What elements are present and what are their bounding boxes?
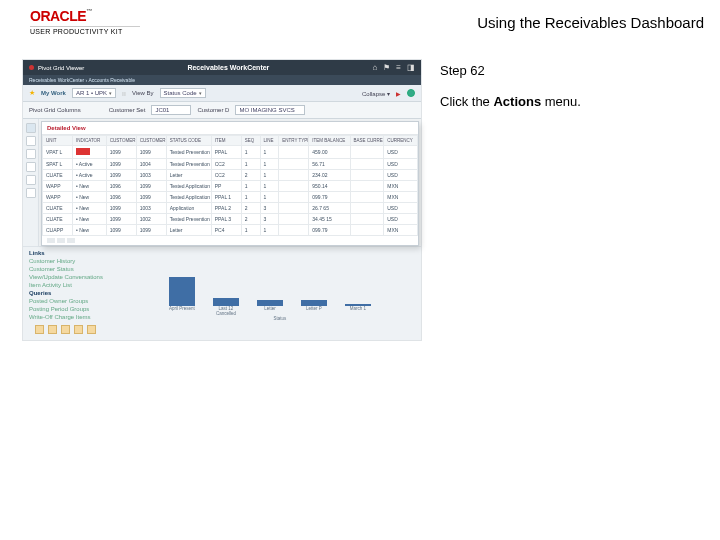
column-header[interactable]: ENTRY TYPE <box>279 136 309 146</box>
queries-section: Queries <box>29 289 139 297</box>
table-row[interactable]: CUATE• Active10991003LetterCC221234.02US… <box>43 170 418 181</box>
flag-icon[interactable]: ⚑ <box>383 63 390 72</box>
footer-icon[interactable] <box>61 325 70 334</box>
table-row[interactable]: WAPP• New10961099Tested ApplicationPP119… <box>43 181 418 192</box>
page-title: Using the Receivables Dashboard <box>477 8 704 31</box>
workset-select[interactable]: AR 1 • UPK <box>72 88 116 98</box>
logo-area: ORACLE™ USER PRODUCTIVITY KIT <box>30 8 140 35</box>
column-header[interactable]: ITEM <box>211 136 241 146</box>
breadcrumb: Receivables WorkCenter › Accounts Receiv… <box>23 75 421 85</box>
links-section: Links <box>29 249 139 257</box>
column-header[interactable]: ITEM BALANCE <box>309 136 350 146</box>
go-button[interactable] <box>407 89 415 97</box>
rail-item[interactable] <box>26 149 36 159</box>
status-chart: April PresentLast 12 CancelledLetterLett… <box>145 249 415 321</box>
chart-bar <box>213 298 239 307</box>
window-dot <box>29 65 34 70</box>
link-item[interactable]: Item Activity List <box>29 281 139 289</box>
home-icon[interactable]: ⌂ <box>372 63 377 72</box>
footer-icon[interactable] <box>48 325 57 334</box>
collapse-toggle[interactable]: Collapse ▾ <box>362 90 390 97</box>
rail-item[interactable] <box>26 136 36 146</box>
link-item[interactable]: Customer Status <box>29 265 139 273</box>
customer-d-input[interactable]: MO IMAGING SVCS <box>235 105 305 115</box>
table-row[interactable]: WAPP• New10961099Tested ApplicationPPAL … <box>43 192 418 203</box>
drag-handle-icon[interactable]: ⁞⁞ <box>122 90 126 97</box>
view-by-select[interactable]: Status Code <box>160 88 206 98</box>
column-header[interactable]: CURRENCY <box>384 136 418 146</box>
column-header[interactable]: LINE <box>260 136 279 146</box>
link-item[interactable]: Customer History <box>29 257 139 265</box>
column-header[interactable]: STATUS CODE <box>166 136 211 146</box>
footer-icons <box>29 321 415 338</box>
step-label: Step 62 <box>440 63 581 78</box>
workcenter-title: Receivables WorkCenter <box>84 64 372 71</box>
customer-d-label: Customer D <box>197 107 229 113</box>
chart-category-label: Last 12 Cancelled <box>213 306 239 316</box>
table-row[interactable]: CUAPP• New10991099LetterPC411099.79MXN <box>43 225 418 236</box>
red-indicator-icon <box>76 148 90 155</box>
detailed-view-modal: Detailed View UNITINDICATORCUSTOMERCUSTO… <box>41 121 419 246</box>
chart-category-label: April Present <box>169 306 195 316</box>
pivot-columns-label: Pivot Grid Columns <box>29 107 81 113</box>
rail-item[interactable] <box>26 123 36 133</box>
chart-bar <box>169 277 195 306</box>
chart-category-label: March 1 <box>345 306 371 316</box>
rail-item[interactable] <box>26 188 36 198</box>
column-header[interactable]: CUSTOMER ID <box>136 136 166 146</box>
column-header[interactable]: UNIT <box>43 136 73 146</box>
table-row[interactable]: CUATE• New10991003ApplicationPPAL 22326.… <box>43 203 418 214</box>
instruction-panel: Step 62 Click the Actions menu. <box>440 59 581 109</box>
chart-xlabel: Status <box>145 316 415 321</box>
link-list: Links Customer History Customer Status V… <box>29 249 139 321</box>
table-row[interactable]: VPAT L10991099Tested PreventionPPAL11459… <box>43 146 418 159</box>
link-item[interactable]: Posted Owner Groups <box>29 297 139 305</box>
footer-icon[interactable] <box>87 325 96 334</box>
menu-icon[interactable]: ≡ <box>396 63 401 72</box>
customer-set-input[interactable]: JC01 <box>151 105 191 115</box>
table-row[interactable]: SPAT L• Active10991004Tested Prevention … <box>43 159 418 170</box>
data-grid[interactable]: UNITINDICATORCUSTOMERCUSTOMER IDSTATUS C… <box>42 135 418 236</box>
rail-item[interactable] <box>26 175 36 185</box>
my-work-label[interactable]: My Work <box>41 90 66 96</box>
link-item[interactable]: Write-Off Charge Items <box>29 313 139 321</box>
oracle-logo: ORACLE™ <box>30 8 140 24</box>
rail-item[interactable] <box>26 162 36 172</box>
column-header[interactable]: INDICATOR <box>73 136 107 146</box>
footer-icon[interactable] <box>74 325 83 334</box>
instruction-text: Click the Actions menu. <box>440 94 581 109</box>
side-rail <box>23 119 39 246</box>
window-title: Pivot Grid Viewer <box>38 65 84 71</box>
run-icon[interactable]: ▶ <box>396 90 401 97</box>
column-header[interactable]: CUSTOMER <box>106 136 136 146</box>
chart-category-label: Letter P <box>301 306 327 316</box>
footer-icon[interactable] <box>35 325 44 334</box>
subbrand: USER PRODUCTIVITY KIT <box>30 26 140 35</box>
star-icon[interactable]: ★ <box>29 89 35 97</box>
chart-category-label: Letter <box>257 306 283 316</box>
link-item[interactable]: Posting Period Groups <box>29 305 139 313</box>
link-item[interactable]: View/Update Conversations <box>29 273 139 281</box>
panel-icon[interactable]: ◨ <box>407 63 415 72</box>
grid-footer <box>42 236 418 245</box>
customer-set-label: Customer Set <box>109 107 146 113</box>
column-header[interactable]: BASE CURRENCY <box>350 136 384 146</box>
tutorial-screenshot: Pivot Grid Viewer Receivables WorkCenter… <box>22 59 422 341</box>
view-by-label: View By <box>132 90 154 96</box>
table-row[interactable]: CUATE• New10991002Tested PreventionPPAL … <box>43 214 418 225</box>
column-header[interactable]: SEQ <box>241 136 260 146</box>
modal-title: Detailed View <box>42 122 418 135</box>
